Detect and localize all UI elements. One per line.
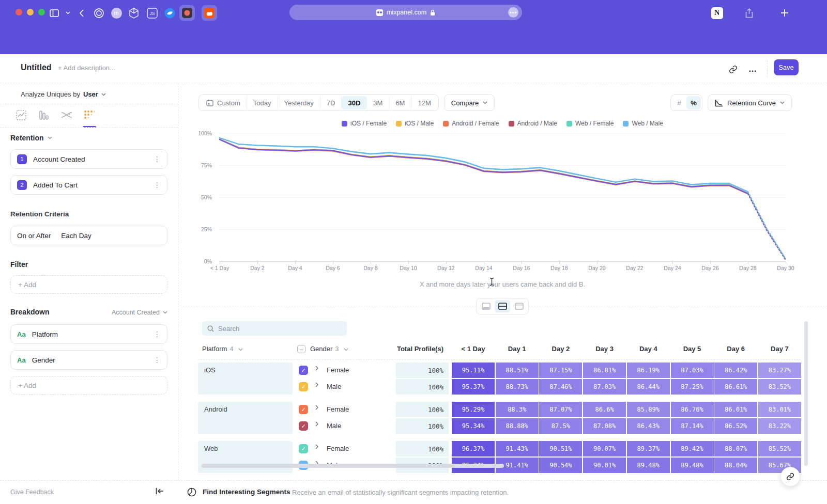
column-header-day[interactable]: Day 5 [671, 343, 714, 355]
target-extension-icon[interactable] [92, 6, 105, 20]
column-header-day[interactable]: Day 7 [758, 343, 801, 355]
blue-app-extension-icon[interactable] [163, 6, 176, 20]
share-icon[interactable] [742, 6, 756, 20]
gender-checkbox[interactable]: ✓ [299, 366, 308, 375]
retention-value-cell[interactable]: 87.03% [583, 379, 626, 395]
retention-value-cell[interactable]: 86.43% [627, 418, 670, 434]
share-link-button[interactable] [780, 467, 800, 486]
range-6m[interactable]: 6M [389, 96, 411, 109]
chevron-right-icon[interactable] [315, 444, 318, 449]
save-button[interactable]: Save [774, 59, 799, 75]
table-search-input[interactable]: Search [202, 321, 347, 336]
retention-value-cell[interactable]: 87.5% [539, 418, 582, 434]
give-feedback-link[interactable]: Give Feedback [10, 489, 54, 496]
retention-value-cell[interactable]: 85.52% [758, 441, 801, 456]
notion-icon[interactable]: N [710, 6, 724, 20]
range-today[interactable]: Today [247, 96, 278, 109]
legend-item[interactable]: iOS / Male [396, 120, 434, 127]
retention-value-cell[interactable]: 95.37% [452, 379, 495, 395]
kebab-menu-icon[interactable]: ⋮ [154, 330, 161, 338]
layout-chart-only-button[interactable] [478, 300, 494, 312]
retention-value-cell[interactable]: 86.6% [583, 402, 626, 417]
chevron-right-icon[interactable] [315, 366, 318, 371]
find-segments-title[interactable]: Find Interesting Segments [203, 488, 290, 496]
retention-value-cell[interactable]: 88.51% [496, 363, 539, 378]
legend-item[interactable]: Web / Male [623, 120, 663, 127]
retention-value-cell[interactable]: 90.54% [539, 458, 582, 473]
window-controls[interactable] [16, 9, 45, 15]
chevron-right-icon[interactable] [315, 421, 318, 427]
tab-insights[interactable] [16, 109, 27, 121]
column-header-day[interactable]: Day 6 [714, 343, 757, 355]
retention-value-cell[interactable]: 83.52% [758, 379, 801, 395]
retention-value-cell[interactable]: 91.43% [496, 441, 539, 456]
retention-value-cell[interactable]: 86.61% [714, 379, 757, 395]
retention-value-cell[interactable]: 86.52% [714, 418, 757, 434]
more-options-button[interactable]: … [746, 62, 760, 76]
legend-item[interactable]: iOS / Female [342, 120, 387, 127]
horizontal-scrollbar[interactable] [202, 464, 504, 468]
column-header-total[interactable]: Total Profile(s) [362, 343, 443, 355]
breakdown-platform[interactable]: Aa Platform ⋮ [10, 324, 167, 344]
layout-table-only-button[interactable] [511, 300, 527, 312]
range-custom[interactable]: Custom [200, 96, 247, 109]
report-title[interactable]: Untitled [21, 63, 52, 72]
extensions-menu-button[interactable]: ••• [508, 7, 518, 18]
retention-value-cell[interactable]: 89.48% [671, 458, 714, 473]
retention-value-cell[interactable]: 83.27% [758, 363, 801, 378]
retention-value-cell[interactable]: 86.01% [714, 402, 757, 417]
collapse-sidebar-icon[interactable] [155, 487, 164, 495]
vertical-scrollbar[interactable] [804, 321, 808, 466]
retention-section-header[interactable]: Retention [10, 134, 52, 142]
soundcloud-extension-icon[interactable] [202, 5, 217, 21]
legend-item[interactable]: Android / Male [509, 120, 557, 127]
layout-split-button[interactable] [495, 300, 510, 312]
chevron-right-icon[interactable] [315, 382, 318, 387]
retention-value-cell[interactable]: 96.37% [452, 441, 495, 456]
gender-checkbox[interactable]: ✓ [299, 405, 308, 414]
unit-percent-toggle[interactable]: % [686, 96, 701, 109]
retention-value-cell[interactable]: 83.01% [758, 402, 801, 417]
retention-value-cell[interactable]: 95.34% [452, 418, 495, 434]
retention-value-cell[interactable]: 88.07% [714, 441, 757, 456]
column-header-day[interactable]: Day 2 [539, 343, 582, 355]
tab-funnels[interactable] [38, 109, 50, 121]
breakdown-scope-selector[interactable]: Account Created [112, 309, 167, 316]
chevron-down-icon[interactable] [61, 6, 74, 20]
column-header-gender[interactable]: Gender3 [310, 343, 348, 355]
retention-step-2[interactable]: 2 Added To Cart ⋮ [10, 175, 167, 195]
retention-value-cell[interactable]: 87.07% [539, 402, 582, 417]
retention-value-cell[interactable]: 83.22% [758, 418, 801, 434]
gender-checkbox[interactable]: ✓ [299, 382, 308, 391]
range-3m[interactable]: 3M [367, 96, 389, 109]
retention-value-cell[interactable]: 95.11% [452, 363, 495, 378]
criteria-mode[interactable]: On or After [17, 232, 51, 240]
gender-checkbox[interactable]: ✓ [299, 421, 308, 431]
red-app-extension-icon[interactable] [179, 5, 195, 21]
retention-value-cell[interactable]: 87.08% [583, 418, 626, 434]
retention-value-cell[interactable]: 86.81% [583, 363, 626, 378]
unit-count-toggle[interactable]: # [672, 96, 686, 109]
criteria-interval[interactable]: Each Day [61, 232, 91, 240]
js-extension-icon[interactable]: JS [145, 6, 159, 20]
avatar-extension-icon[interactable]: m [110, 6, 123, 20]
column-header-day[interactable]: Day 4 [627, 343, 670, 355]
retention-value-cell[interactable]: 89.37% [627, 441, 670, 456]
retention-value-cell[interactable]: 88.88% [496, 418, 539, 434]
range-7d[interactable]: 7D [320, 96, 342, 109]
retention-value-cell[interactable]: 86.44% [627, 379, 670, 395]
retention-criteria-card[interactable]: On or After Each Day [10, 226, 167, 245]
column-header-day[interactable]: Day 3 [583, 343, 626, 355]
copy-link-icon[interactable] [726, 62, 740, 76]
kebab-menu-icon[interactable]: ⋮ [154, 356, 161, 364]
retention-value-cell[interactable]: 89.42% [671, 441, 714, 456]
retention-value-cell[interactable]: 87.14% [671, 418, 714, 434]
retention-value-cell[interactable]: 88.3% [496, 402, 539, 417]
range-30d[interactable]: 30D [342, 96, 367, 109]
retention-value-cell[interactable]: 90.51% [539, 441, 582, 456]
compare-button[interactable]: Compare [444, 94, 495, 111]
retention-value-cell[interactable]: 86.19% [627, 363, 670, 378]
retention-step-1[interactable]: 1 Account Created ⋮ [10, 149, 167, 169]
retention-value-cell[interactable]: 95.29% [452, 402, 495, 417]
cube-extension-icon[interactable] [127, 6, 141, 20]
